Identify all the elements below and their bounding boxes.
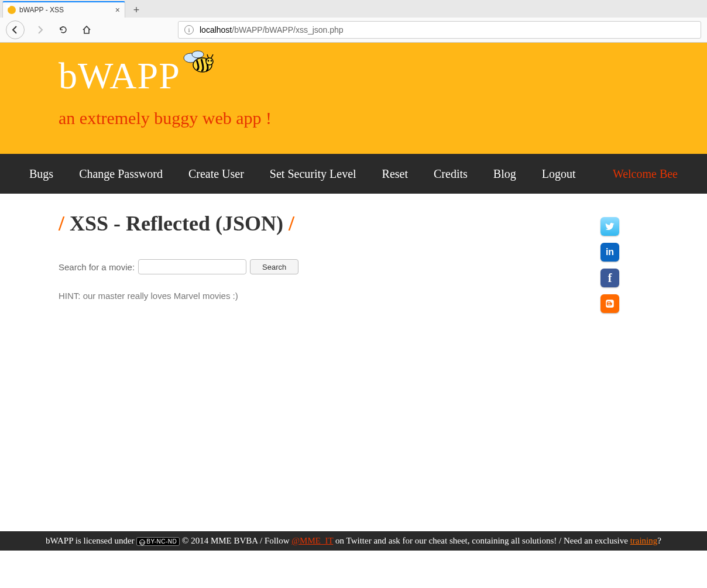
nav-blog[interactable]: Blog [493, 167, 516, 181]
hint-text: HINT: our master really loves Marvel mov… [59, 291, 574, 301]
nav-set-security-level[interactable]: Set Security Level [270, 167, 356, 181]
linkedin-icon[interactable]: in [600, 243, 619, 262]
main-nav: Bugs Change Password Create User Set Sec… [0, 154, 707, 194]
page-title-text: XSS - Reflected (JSON) [70, 212, 283, 235]
footer-mid1: © 2014 MME BVBA / Follow [182, 536, 291, 545]
nav-credits[interactable]: Credits [434, 167, 468, 181]
movie-search-input[interactable] [138, 259, 246, 274]
url-bar[interactable]: i localhost/bWAPP/bWAPP/xss_json.php [178, 21, 701, 39]
logo-row: bWAPP [59, 54, 180, 98]
tagline: an extremely buggy web app ! [59, 108, 707, 128]
svg-point-3 [206, 58, 213, 65]
cc-license-badge[interactable]: ccBY-NC-ND [136, 537, 180, 545]
logo-text: bWAPP [59, 55, 180, 97]
main-content: / XSS - Reflected (JSON) / Search for a … [59, 211, 574, 551]
footer-training-link[interactable]: training [630, 536, 658, 545]
nav-welcome: Welcome Bee [613, 167, 678, 181]
slash-icon: / [289, 212, 294, 235]
browser-chrome: bWAPP - XSS × + i localhost/bWAPP/bWAPP/… [0, 0, 707, 43]
footer: bWAPP is licensed under ccBY-NC-ND © 201… [0, 531, 707, 551]
browser-toolbar: i localhost/bWAPP/bWAPP/xss_json.php [0, 18, 707, 42]
footer-mme-link[interactable]: @MME_IT [291, 536, 333, 545]
back-button[interactable] [6, 20, 25, 39]
content-wrap: / XSS - Reflected (JSON) / Search for a … [0, 194, 707, 551]
new-tab-button[interactable]: + [129, 2, 144, 18]
search-form: Search for a movie: Search [59, 259, 574, 274]
search-label: Search for a movie: [59, 262, 135, 272]
tab-title: bWAPP - XSS [19, 6, 112, 14]
reload-button[interactable] [55, 22, 71, 38]
nav-logout[interactable]: Logout [542, 167, 576, 181]
header-banner: bWAPP an extremely buggy web app ! [0, 43, 707, 154]
svg-line-7 [211, 54, 213, 58]
search-button[interactable]: Search [250, 259, 298, 274]
svg-point-5 [210, 60, 212, 62]
twitter-icon[interactable] [600, 217, 619, 236]
slash-icon: / [59, 212, 64, 235]
footer-pre: bWAPP is licensed under [46, 536, 136, 545]
page-title: / XSS - Reflected (JSON) / [59, 211, 574, 236]
nav-change-password[interactable]: Change Password [79, 167, 163, 181]
site-info-icon[interactable]: i [184, 25, 194, 35]
page: bWAPP an extremely buggy web app ! [0, 43, 707, 551]
url-text: localhost/bWAPP/bWAPP/xss_json.php [200, 25, 344, 35]
bee-favicon-icon [8, 6, 16, 14]
svg-point-1 [192, 51, 204, 58]
social-sidebar: in f [600, 217, 619, 313]
bee-icon [183, 50, 215, 77]
nav-bugs[interactable]: Bugs [29, 167, 53, 181]
nav-create-user[interactable]: Create User [188, 167, 244, 181]
svg-line-6 [207, 54, 208, 58]
facebook-icon[interactable]: f [600, 269, 619, 287]
close-tab-icon[interactable]: × [115, 5, 120, 15]
browser-tab[interactable]: bWAPP - XSS × [2, 1, 125, 18]
tab-bar: bWAPP - XSS × + [0, 0, 707, 18]
footer-mid2: on Twitter and ask for our cheat sheet, … [335, 536, 630, 545]
url-host: localhost [200, 25, 232, 35]
svg-point-4 [207, 60, 209, 62]
home-button[interactable] [78, 22, 95, 38]
footer-tail: ? [657, 536, 661, 545]
url-path: /bWAPP/bWAPP/xss_json.php [232, 25, 343, 35]
nav-reset[interactable]: Reset [382, 167, 408, 181]
forward-button[interactable] [32, 22, 48, 38]
blogger-icon[interactable] [600, 294, 619, 313]
